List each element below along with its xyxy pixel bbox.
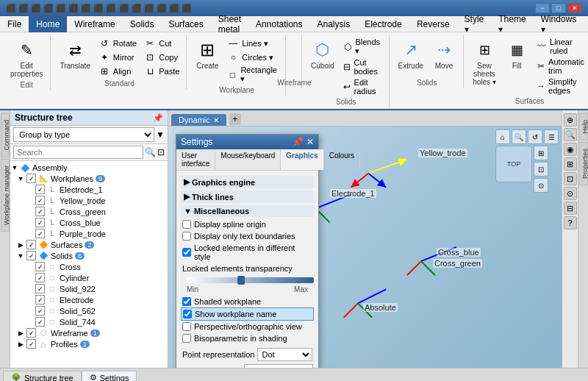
check-profiles[interactable]: ✓	[26, 339, 36, 349]
menu-sheet-metal[interactable]: Sheet metal	[211, 16, 248, 32]
menu-electrode[interactable]: Electrode	[357, 16, 409, 32]
cuboid-button[interactable]: ⬡ Cuboid	[308, 37, 337, 71]
translate-button[interactable]: ⇄ Translate	[57, 37, 93, 71]
tree-item-purpletrode[interactable]: ✓ L Purple_trode	[10, 228, 168, 239]
copy-button[interactable]: ⊡Copy	[142, 51, 182, 64]
tree-item-solid922[interactable]: ✓ □ Solid_922	[10, 283, 168, 294]
move-button[interactable]: ⇢ Move	[429, 37, 459, 71]
dialog-close-button[interactable]: ✕	[306, 137, 314, 147]
rs-icon-6[interactable]: ⊙	[564, 187, 577, 200]
lines-button[interactable]: —Lines ▾	[225, 37, 281, 50]
tree-item-profiles[interactable]: ▶ ✓ △ Profiles 1	[10, 338, 168, 349]
toggle-wireframe[interactable]: ▶	[16, 329, 25, 338]
paste-button[interactable]: ⊔Paste	[142, 65, 182, 78]
toggle-cross[interactable]	[25, 263, 34, 271]
rs-icon-4[interactable]: ⊞	[564, 157, 577, 171]
minimize-button[interactable]: −	[535, 3, 550, 13]
transparency-slider[interactable]	[187, 277, 314, 283]
viewport-3d[interactable]: Settings 📌 ✕ User interface Mouse/keyboa…	[168, 127, 562, 368]
home-view-button[interactable]: ⌂	[495, 129, 510, 144]
filter-icon[interactable]: ⊡	[157, 147, 165, 157]
check-cylinder[interactable]: ✓	[35, 273, 45, 282]
check-solids[interactable]: ✓	[26, 251, 36, 260]
align-button[interactable]: ⊞Align	[96, 65, 139, 78]
toggle-crossgreen[interactable]	[25, 207, 34, 216]
check-surfaces[interactable]: ✓	[26, 240, 36, 249]
check-text-boundaries[interactable]	[182, 232, 191, 241]
edit-properties-button[interactable]: ✎ Editproperties	[7, 37, 46, 79]
check-spline-origin[interactable]	[182, 220, 191, 229]
toggle-workplanes[interactable]: ▼	[16, 174, 25, 183]
cut-button[interactable]: ✂Cut	[142, 37, 182, 50]
blends-button[interactable]: ⬡Blends ▾	[340, 37, 384, 57]
tree-options-icon[interactable]: ▼	[156, 129, 165, 140]
menu-solids[interactable]: Solids	[123, 16, 162, 32]
tree-item-solid562[interactable]: ✓ □ Solid_562	[10, 305, 168, 316]
linear-ruled-button[interactable]: 〰Linear ruled	[534, 37, 588, 56]
check-shaded-workplane[interactable]	[182, 297, 191, 306]
tree-item-solid744[interactable]: ✓ □ Solid_744	[10, 316, 168, 327]
section-miscellaneous[interactable]: ▼ Miscellaneous	[181, 205, 314, 217]
properties-tab[interactable]: Properties	[579, 142, 588, 185]
navigation-cube[interactable]: TOP	[495, 146, 532, 182]
section-graphics-engine[interactable]: ▶ Graphics engine	[181, 176, 314, 188]
check-bisoparametric[interactable]	[182, 334, 191, 343]
rotate-view-button[interactable]: ↺	[528, 129, 542, 144]
tree-item-cross[interactable]: ✓ □ Cross	[10, 261, 168, 272]
view-btn-2[interactable]: ⊡	[534, 162, 548, 177]
menu-windows[interactable]: Windows ▾	[534, 16, 584, 32]
pin-icon[interactable]: 📌	[153, 113, 163, 123]
menu-file[interactable]: File	[0, 16, 29, 32]
rs-icon-7[interactable]: ⊟	[564, 202, 577, 215]
tree-item-crossblue[interactable]: ✓ L Cross_blue	[10, 217, 168, 228]
search-input[interactable]	[13, 146, 143, 159]
group-by-select[interactable]: Group by type	[13, 127, 154, 142]
add-tab-button[interactable]: +	[229, 113, 241, 125]
toggle-assembly[interactable]: ▼	[10, 163, 19, 172]
toggle-cylinder[interactable]	[25, 274, 34, 282]
select-point-repr[interactable]: Dot	[257, 348, 312, 361]
toggle-yellowtrode[interactable]	[25, 196, 34, 205]
toggle-profiles[interactable]: ▶	[16, 340, 25, 349]
menu-reverse[interactable]: Reverse	[409, 16, 457, 32]
check-purpletrode[interactable]: ✓	[35, 229, 45, 238]
mirror-button[interactable]: ✦Mirror	[96, 51, 139, 64]
tree-item-wireframe[interactable]: ▶ ✓ ⬡ Wireframe 1	[10, 327, 168, 338]
check-cross[interactable]: ✓	[35, 262, 45, 271]
tree-item-electrode[interactable]: ✓ □ Electrode	[10, 294, 168, 305]
rotate-button[interactable]: ↺Rotate	[96, 37, 139, 50]
rs-help-icon[interactable]: ?	[564, 216, 577, 229]
settings-bottom-tab[interactable]: ⚙ Settings	[82, 371, 137, 381]
toggle-solids[interactable]: ▼	[16, 252, 25, 260]
rectangle-button[interactable]: □Rectangle ▾	[225, 65, 281, 85]
dynamic-tab[interactable]: Dynamic ✕	[171, 114, 226, 126]
toggle-electrode1[interactable]	[25, 185, 34, 194]
tree-item-workplanes[interactable]: ▼ ✓ 📐 Workplanes 9	[10, 173, 168, 184]
tree-item-assembly[interactable]: ▼ 🔷 Assembly	[10, 163, 168, 173]
maximize-button[interactable]: □	[551, 3, 566, 13]
toggle-surfaces[interactable]: ▶	[16, 241, 25, 249]
menu-surfaces[interactable]: Surfaces	[161, 16, 210, 32]
check-electrode[interactable]: ✓	[35, 295, 45, 305]
tree-item-solids[interactable]: ▼ ✓ 🔷 Solids 6	[10, 250, 168, 261]
tree-item-crossgreen[interactable]: ✓ L Cross_green	[10, 206, 168, 217]
tab-colours[interactable]: Colours	[324, 149, 360, 170]
menu-analysis[interactable]: Analysis	[310, 16, 358, 32]
toggle-purpletrode[interactable]	[25, 229, 34, 238]
check-locked-style[interactable]	[182, 248, 191, 257]
select-light-source[interactable]: Top left corner	[244, 364, 313, 368]
simplify-edges-button[interactable]: →Simplify edges	[534, 76, 588, 96]
close-tab-icon[interactable]: ✕	[213, 116, 219, 124]
menu-help[interactable]: ?	[584, 16, 588, 32]
title-bar-controls[interactable]: − □ ✕	[535, 3, 582, 13]
auto-trim-button[interactable]: ✂Automatic trim	[534, 57, 588, 76]
dialog-pin-button[interactable]: 📌	[293, 137, 304, 147]
check-perspective[interactable]	[182, 322, 191, 331]
menu-home[interactable]: Home	[29, 16, 67, 32]
menu-annotations[interactable]: Annotations	[248, 16, 309, 32]
toggle-solid744[interactable]	[25, 318, 34, 327]
rs-icon-2[interactable]: 🔍	[564, 128, 577, 141]
create-button[interactable]: ⊞ Create	[193, 37, 222, 71]
check-yellowtrode[interactable]: ✓	[35, 196, 45, 205]
rs-icon-1[interactable]: ⊕	[564, 113, 577, 127]
